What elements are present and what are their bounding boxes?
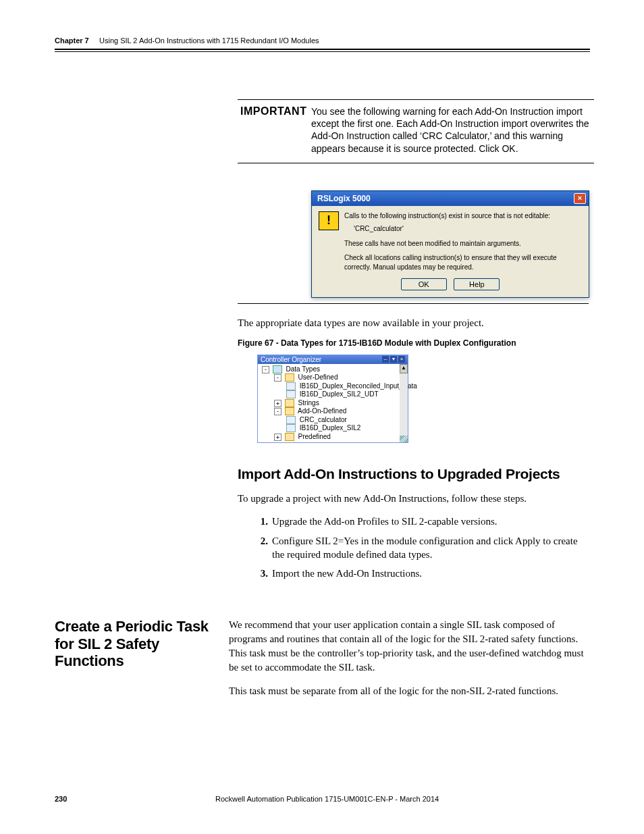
ok-button[interactable]: OK: [401, 278, 447, 290]
publication-id: Rockwell Automation Publication 1715-UM0…: [215, 795, 590, 803]
tree-node-aoi[interactable]: CRC_calculator: [262, 416, 398, 425]
body-paragraph: We recommend that your user application …: [229, 618, 590, 675]
resize-grip-icon[interactable]: [400, 436, 408, 442]
margin-heading: Create a Periodic Task for SIL 2 Safety …: [55, 618, 229, 708]
tree-node-predefined[interactable]: + Predefined: [262, 433, 398, 442]
tree-node-udt[interactable]: IB16D_Duplex_SIL2_UDT: [262, 390, 398, 399]
scroll-up-icon[interactable]: ▲: [400, 364, 408, 373]
body-paragraph: The appropriate data types are now avail…: [238, 316, 589, 330]
section-rule: [238, 303, 589, 304]
folder-icon: [273, 365, 282, 373]
section-intro: To upgrade a project with new Add-On Ins…: [238, 492, 589, 505]
datatype-icon: [286, 390, 296, 398]
chapter-title: Using SIL 2 Add-On Instructions with 171…: [99, 36, 319, 45]
datatype-icon: [286, 416, 296, 424]
folder-icon: [285, 433, 294, 441]
tree-node-udt[interactable]: IB16D_Duplex_Reconciled_Input_Data: [262, 382, 398, 391]
controller-organizer-tree: Controller Organizer – ▾ × ▲ - Data Type…: [257, 355, 408, 444]
folder-open-icon: [285, 407, 294, 415]
collapse-icon[interactable]: -: [262, 366, 269, 373]
section-heading: Import Add-On Instructions to Upgraded P…: [238, 466, 589, 482]
tree-node-data-types[interactable]: - Data Types: [262, 365, 398, 374]
datatype-icon: [286, 382, 296, 390]
tree-pin-icon[interactable]: –: [382, 356, 389, 363]
dialog-line1: Calls to the following instruction(s) ex…: [344, 211, 582, 221]
important-label: IMPORTANT: [240, 105, 311, 155]
important-text: You see the following warning for each A…: [311, 105, 591, 155]
list-item: 2. Configure SIL 2=Yes in the module con…: [252, 534, 588, 562]
tree-node-user-defined[interactable]: - User-Defined: [262, 373, 398, 382]
step-text: Upgrade the Add-on Profiles to SIL 2-cap…: [272, 515, 588, 528]
dialog-line4: Check all locations calling instruction(…: [344, 253, 582, 271]
rslogix-warning-dialog: RSLogix 5000 × ! Calls to the following …: [311, 190, 589, 298]
tree-node-aoi[interactable]: IB16D_Duplex_SIL2: [262, 424, 398, 433]
tree-dropdown-icon[interactable]: ▾: [390, 356, 397, 363]
tree-scrollbar[interactable]: ▲: [400, 364, 408, 443]
list-item: 1. Upgrade the Add-on Profiles to SIL 2-…: [252, 515, 588, 528]
page-footer: 230 Rockwell Automation Publication 1715…: [55, 795, 590, 803]
chapter-label: Chapter 7: [55, 36, 89, 45]
expand-icon[interactable]: +: [274, 400, 281, 407]
tree-title-text: Controller Organizer: [261, 356, 321, 363]
body-paragraph: This task must be separate from all of t…: [229, 684, 590, 698]
dialog-line3: These calls have not been modified to ma…: [344, 239, 582, 249]
step-number: 1.: [252, 515, 272, 528]
dialog-message: Calls to the following instruction(s) ex…: [344, 211, 582, 272]
expand-icon[interactable]: +: [274, 434, 281, 441]
list-item: 3. Import the new Add-On Instructions.: [252, 567, 588, 580]
folder-open-icon: [285, 373, 294, 382]
step-number: 2.: [252, 534, 272, 562]
page-number: 230: [55, 795, 215, 803]
running-head: Chapter 7 Using SIL 2 Add-On Instruction…: [55, 36, 590, 45]
step-number: 3.: [252, 567, 272, 580]
header-rule-thin: [55, 51, 590, 52]
tree-node-addon-defined[interactable]: - Add-On-Defined: [262, 407, 398, 416]
datatype-icon: [286, 424, 296, 432]
warning-icon: !: [319, 211, 339, 230]
important-callout: IMPORTANT You see the following warning …: [238, 99, 594, 163]
collapse-icon[interactable]: -: [274, 374, 281, 382]
tree-node-strings[interactable]: + Strings: [262, 399, 398, 408]
dialog-line2: 'CRC_calculator': [354, 224, 582, 234]
tree-titlebar: Controller Organizer – ▾ ×: [258, 355, 408, 364]
step-text: Configure SIL 2=Yes in the module config…: [272, 534, 588, 562]
collapse-icon[interactable]: -: [274, 408, 281, 415]
folder-icon: [285, 399, 294, 407]
section-body: We recommend that your user application …: [229, 618, 590, 708]
close-icon[interactable]: ×: [574, 193, 586, 204]
help-button[interactable]: Help: [454, 278, 500, 290]
step-text: Import the new Add-On Instructions.: [272, 567, 588, 580]
tree-close-icon[interactable]: ×: [398, 356, 405, 363]
figure-caption: Figure 67 - Data Types for 1715-IB16D Mo…: [238, 338, 590, 348]
header-rule-thick: [55, 49, 590, 50]
steps-list: 1. Upgrade the Add-on Profiles to SIL 2-…: [252, 515, 588, 580]
dialog-title: RSLogix 5000: [317, 194, 371, 203]
dialog-titlebar: RSLogix 5000 ×: [312, 191, 589, 206]
